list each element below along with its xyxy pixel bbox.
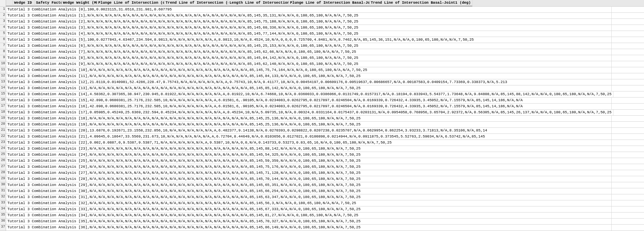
row-num-header: [0, 0, 6, 6]
table-row: 5Tutorial 3 Combination Analysis [4],N/A…: [0, 31, 644, 37]
table-row: 13Tutorial 3 Combination Analysis [12],2…: [0, 79, 644, 85]
table-row: 32Tutorial 3 Combination Analysis [31],N…: [0, 194, 644, 200]
row-content: Tutorial 3 Combination Analysis [19],N/A…: [6, 122, 612, 127]
table-row: 9Tutorial 3 Combination Analysis [8],N/A…: [0, 55, 644, 61]
header-safety-factor: Safety Factor: [35, 0, 62, 6]
row-content: Tutorial 3 Combination Analysis [26],N/A…: [6, 164, 612, 170]
row-content: Tutorial 3 Combination Analysis [34],N/A…: [6, 213, 612, 218]
table-row: 25Tutorial 3 Combination Analysis [24],N…: [0, 152, 644, 158]
table-row: 2Tutorial 3 Combination Analysis [1],N/A…: [0, 13, 644, 19]
row-content: Tutorial 3 Combination Analysis [33],N/A…: [6, 206, 612, 212]
row-number: 26: [0, 158, 6, 164]
row-number: 34: [0, 206, 6, 212]
row-number: 35: [0, 213, 6, 218]
header-wedge-weight: Wedge Weight (MN): [62, 0, 97, 6]
table-row: 30Tutorial 3 Combination Analysis [29],N…: [0, 182, 644, 188]
row-content: Tutorial 3 Combination Analysis [9],N/A,…: [6, 61, 612, 67]
row-number: 14: [0, 85, 6, 91]
header-length-li: Length Line of Intersection (m): [228, 0, 289, 6]
header-wedge-id: Wedge ID: [13, 0, 35, 6]
row-content: Tutorial 3 Combination Analysis [24],N/A…: [6, 152, 612, 158]
spreadsheet: Wedge ID Safety Factor Wedge Weight (MN)…: [0, 0, 644, 231]
row-content: Tutorial 3 Combination Analysis [8],N/A,…: [6, 55, 612, 61]
header-col-num: [6, 0, 13, 6]
row-content: Tutorial 3 Combination Analysis [13],N/A…: [6, 85, 612, 91]
table-row: 34Tutorial 3 Combination Analysis [33],N…: [0, 206, 644, 213]
table-row: 28Tutorial 3 Combination Analysis [27],N…: [0, 170, 644, 176]
row-content: Tutorial 3 Combination Analysis [20],13.…: [6, 128, 612, 133]
row-content: Tutorial 3 Combination Analysis [18],N/A…: [6, 116, 612, 121]
table-row: 36Tutorial 3 Combination Analysis [35],N…: [0, 219, 644, 225]
row-number: 19: [0, 116, 6, 121]
table-row: 6Tutorial 3 Combination Analysis [5],100…: [0, 37, 644, 43]
row-content: Tutorial 3 Combination Analysis [14],4.5…: [6, 91, 613, 97]
table-row: 23Tutorial 3 Combination Analysis [22],0…: [0, 140, 644, 146]
row-number: 22: [0, 134, 6, 140]
row-number: 28: [0, 170, 6, 176]
table-row: 19Tutorial 3 Combination Analysis [18],N…: [0, 116, 644, 122]
table-row: 33Tutorial 3 Combination Analysis [32],N…: [0, 200, 644, 206]
row-content: Tutorial 3 Combination Analysis [30],N/A…: [6, 188, 612, 194]
row-number: 9: [0, 55, 6, 61]
row-content: Tutorial 3 Combination Analysis [23],N/A…: [6, 146, 612, 152]
table-row: 20Tutorial 3 Combination Analysis [19],N…: [0, 122, 644, 128]
row-number: 31: [0, 188, 6, 194]
row-content: Tutorial 3 Combination Analysis [11],N/A…: [6, 73, 612, 79]
header-trend-li: Trend Line of Intersection (deg): [164, 0, 228, 6]
row-number: 4: [0, 25, 6, 31]
row-number: 30: [0, 182, 6, 188]
row-number: 37: [0, 225, 6, 230]
row-content: Tutorial 3 Combination Analysis [0],100,…: [6, 7, 612, 12]
row-content: Tutorial 3 Combination Analysis [10],N/A…: [6, 67, 612, 73]
row-number: 23: [0, 140, 6, 146]
row-number: 36: [0, 219, 6, 224]
row-number: 11: [0, 67, 6, 73]
row-content: Tutorial 3 Combination Analysis [7],N/A,…: [6, 49, 612, 55]
table-row: 12Tutorial 3 Combination Analysis [11],N…: [0, 73, 644, 79]
row-content: Tutorial 3 Combination Analysis [25],N/A…: [6, 158, 612, 164]
table-row: 16Tutorial 3 Combination Analysis [15],4…: [0, 98, 644, 104]
row-number: 24: [0, 146, 6, 152]
table-row: 29Tutorial 3 Combination Analysis [28],N…: [0, 176, 644, 182]
row-number: 29: [0, 176, 6, 182]
table-row: 27Tutorial 3 Combination Analysis [26],N…: [0, 164, 644, 170]
row-content: Tutorial 3 Combination Analysis [5],100,…: [6, 37, 612, 43]
row-content: Tutorial 3 Combination Analysis [15],42.…: [6, 98, 612, 103]
row-number: 5: [0, 31, 6, 37]
header-plunge-li-bj: Plunge Line of Intersection Basal-Joint1…: [289, 0, 369, 6]
table-row: 15Tutorial 3 Combination Analysis [14],4…: [0, 91, 644, 98]
header-row: Wedge ID Safety Factor Wedge Weight (MN)…: [0, 0, 644, 7]
header-plunge-li: Plunge Line of Intersection (deg): [97, 0, 164, 6]
row-content: Tutorial 3 Combination Analysis [36],N/A…: [6, 225, 612, 230]
row-number: 15: [0, 91, 6, 97]
table-row: 14Tutorial 3 Combination Analysis [13],N…: [0, 85, 644, 91]
row-number: 8: [0, 49, 6, 55]
table-row: 3Tutorial 3 Combination Analysis [2],N/A…: [0, 19, 644, 25]
row-number: 1: [0, 7, 6, 12]
row-number: 32: [0, 194, 6, 200]
row-number: 7: [0, 43, 6, 49]
row-content: Tutorial 3 Combination Analysis [17],0.0…: [6, 110, 613, 115]
row-content: Tutorial 3 Combination Analysis [2],N/A,…: [6, 19, 612, 25]
row-content: Tutorial 3 Combination Analysis [16],42.…: [6, 104, 612, 109]
row-number: 10: [0, 61, 6, 67]
table-row: 17Tutorial 3 Combination Analysis [16],4…: [0, 104, 644, 110]
row-content: Tutorial 3 Combination Analysis [3],N/A,…: [6, 25, 612, 31]
table-row: 1Tutorial 3 Combination Analysis [0],100…: [0, 7, 644, 13]
table-row: 21Tutorial 3 Combination Analysis [20],1…: [0, 128, 644, 134]
row-content: Tutorial 3 Combination Analysis [22],0.0…: [6, 140, 612, 146]
row-content: Tutorial 3 Combination Analysis [4],N/A,…: [6, 31, 612, 37]
table-row: 35Tutorial 3 Combination Analysis [34],N…: [0, 213, 644, 219]
row-content: Tutorial 3 Combination Analysis [28],N/A…: [6, 176, 612, 182]
row-number: 3: [0, 19, 6, 25]
row-number: 33: [0, 200, 6, 206]
table-row: 18Tutorial 3 Combination Analysis [17],0…: [0, 110, 644, 116]
row-number: 25: [0, 152, 6, 158]
row-content: Tutorial 3 Combination Analysis [31],N/A…: [6, 194, 612, 200]
table-row: 24Tutorial 3 Combination Analysis [23],N…: [0, 146, 644, 152]
header-trend-li-bj: Trend Line of Intersection Basal-Joint1 …: [369, 0, 472, 6]
row-number: 20: [0, 122, 6, 127]
table-row: 8Tutorial 3 Combination Analysis [7],N/A…: [0, 49, 644, 55]
table-row: 26Tutorial 3 Combination Analysis [25],N…: [0, 158, 644, 164]
row-content: Tutorial 3 Combination Analysis [6],N/A,…: [6, 43, 612, 49]
